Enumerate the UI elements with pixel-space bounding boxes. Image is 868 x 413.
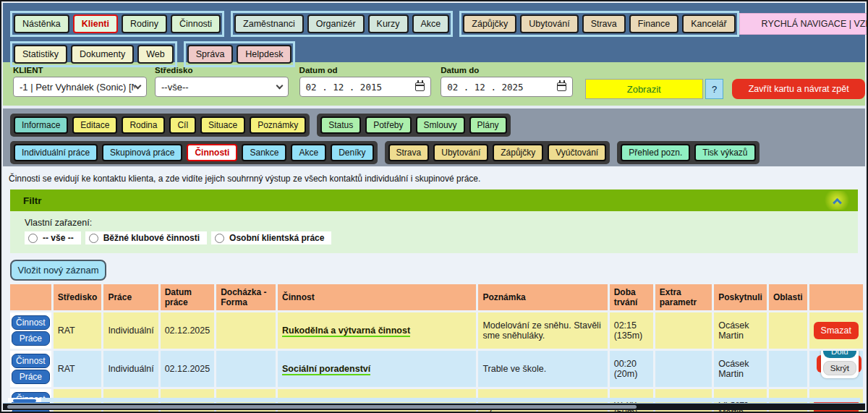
cell-poznamka: Trable ve škole. [478,351,607,387]
tab-sankce[interactable]: Sankce [242,144,286,161]
insert-record-button[interactable]: Vložit nový záznam [10,260,106,281]
radio-bezne-klubove-cinnosti[interactable] [89,234,98,243]
chevron-up-icon [833,197,842,207]
tab-strip: StravaUbytováníZápůjčkyVyúčtování [385,141,610,164]
tab-deniky[interactable]: Deníky [331,144,373,161]
table-header-row: StřediskoPráceDatum práceDocházka - Form… [10,284,863,310]
nav-item-organizer[interactable]: Organizér [307,14,365,33]
nav-item-statistiky[interactable]: Statistiky [14,45,67,64]
top-navigation: NástěnkaKlientiRodinyČinnostiZaměstnanci… [3,3,865,62]
tab-rodina[interactable]: Rodina [122,116,165,134]
tab-smlouvy[interactable]: Smlouvy [416,116,465,134]
stredisko-select[interactable]: --vše-- [155,77,289,97]
klient-select[interactable]: -1 | Petr Vyhnálek (Sonic) [NZDM S/ [13,77,147,97]
chevron-down-icon [135,82,142,89]
tab-ubytovani[interactable]: Ubytování [433,144,488,161]
calendar-icon[interactable] [557,82,566,91]
nav-item-klienti[interactable]: Klienti [73,14,118,33]
tab-informace[interactable]: Informace [14,116,68,134]
row-actions-cell: ČinnostPráce [10,351,51,387]
cell-datum: 02.12.2025 [161,351,215,387]
activity-link[interactable]: Rukodělná a výtvarná činnost [282,325,410,337]
nav-item-finance[interactable]: Finance [629,14,678,33]
col-header-blank [10,284,51,310]
filter-header: Filtr [10,190,858,211]
nav-item-kancelar[interactable]: Kancelář [682,14,735,33]
collapse-filter-button[interactable] [825,191,849,210]
tab-prehled-pozn[interactable]: Přehled pozn. [621,144,690,161]
tab-situace[interactable]: Situace [200,116,245,134]
stredisko-select-value: --vše-- [161,82,277,93]
nav-item-zapujcky[interactable]: Zápůjčky [463,14,516,33]
cell-extra [655,312,712,349]
tab-zapujcky[interactable]: Zápůjčky [493,144,543,161]
tab-editace[interactable]: Editace [72,116,117,134]
activities-table: StřediskoPráceDatum práceDocházka - Form… [8,282,865,413]
datum-do-input[interactable]: 02 . 12 . 2025 [441,77,573,97]
table-row: ČinnostPráceRATIndividuální02.12.2025Soc… [10,351,863,387]
row-cinnost-button[interactable]: Činnost [12,354,50,368]
datum-od-input[interactable]: 02 . 12 . 2015 [299,77,432,97]
row-prace-button[interactable]: Práce [12,370,50,384]
cell-poskytnuli: Ocásek Martin [714,351,767,387]
tab-vyuctovani[interactable]: Vyúčtování [548,144,606,161]
calendar-icon[interactable] [415,82,425,91]
horizontal-scrollbar[interactable] [3,403,865,410]
tab-cinnosti[interactable]: Činnosti [187,144,237,161]
radio-option-osobni-klientska-prace[interactable]: Osobní klientská práce [211,231,331,244]
nav-item-web[interactable]: Web [137,45,173,64]
datum-od-value: 02 . 12 . 2015 [306,82,382,93]
hide-button[interactable]: Skrýt [823,361,856,375]
col-header-blank [809,284,863,310]
col-header-extra-parametr: Extra parametr [655,284,712,310]
cell-stredisko: RAT [54,312,102,349]
radio-vse[interactable] [28,234,38,243]
move-down-button[interactable]: Dolů [823,351,856,358]
radio-label: Osobní klientská práce [229,233,324,243]
zobrazit-button[interactable]: Zobrazit [585,79,703,99]
nav-item-helpdesk[interactable]: Helpdesk [237,45,292,64]
help-button[interactable]: ? [705,79,724,99]
radio-option-vse[interactable]: -- vše -- [25,231,81,244]
nav-item-rodiny[interactable]: Rodiny [122,14,167,33]
col-header-dochazka-forma: Docházka - Forma [216,284,276,310]
row-actions-cell: ČinnostPráce [10,312,51,349]
row-prace-button[interactable]: Práce [12,331,50,346]
nav-item-ubytovani[interactable]: Ubytování [520,14,578,33]
row-action-overlay: DolůSkrýt [821,351,859,378]
nav-item-dokumenty[interactable]: Dokumenty [71,45,134,64]
nav-group: NástěnkaKlientiRodinyČinnosti [10,11,224,37]
nav-item-akce[interactable]: Akce [412,14,450,33]
delete-button[interactable]: Smazat [814,322,859,339]
tab-individualni-prace[interactable]: Individuální práce [14,144,98,161]
nav-item-kurzy[interactable]: Kurzy [368,14,409,33]
tab-strava[interactable]: Strava [388,144,430,161]
col-header-poskytnuli: Poskytnuli [714,284,767,310]
tab-tisk-vykazu[interactable]: Tisk výkazů [694,144,755,161]
tab-skupinova-prace[interactable]: Skupinová práce [102,144,182,161]
row-cinnost-button[interactable]: Činnost [12,315,50,330]
tab-strip: StatusPotřebySmlouvyPlány [317,114,510,137]
activity-link[interactable]: Sociální poradenství [282,364,370,375]
tab-cil[interactable]: Cíl [169,116,196,134]
tab-plany[interactable]: Plány [469,116,507,134]
quick-navigation-button[interactable]: RYCHLÁ NAVIGACE | VZHLED [739,13,868,35]
tab-strip: Přehled pozn.Tisk výkazů [617,141,759,164]
scrollbar-thumb[interactable] [7,405,637,409]
cell-datum: 02.12.2025 [161,312,215,349]
nav-item-cinnosti[interactable]: Činnosti [171,14,221,33]
nav-group: ZápůjčkyUbytováníStravaFinanceKancelář [459,11,739,37]
nav-item-strava[interactable]: Strava [582,14,626,33]
radio-osobni-klientska-prace[interactable] [215,234,224,243]
radio-option-bezne-klubove-cinnosti[interactable]: Běžné klubové činnosti [85,231,207,244]
tab-potreby[interactable]: Potřeby [365,116,411,134]
nav-item-nastenka[interactable]: Nástěnka [14,14,69,33]
nav-item-zamestnanci[interactable]: Zaměstnanci [234,14,304,33]
tab-akce[interactable]: Akce [291,144,326,161]
tab-strip: Individuální práceSkupinová práceČinnost… [10,141,378,164]
cell-extra [655,351,712,387]
tab-poznamky[interactable]: Poznámky [250,116,306,134]
tab-status[interactable]: Status [320,116,361,134]
close-card-button[interactable]: Zavřít kartu a návrat zpět [732,79,865,99]
nav-item-sprava[interactable]: Správa [187,45,234,64]
